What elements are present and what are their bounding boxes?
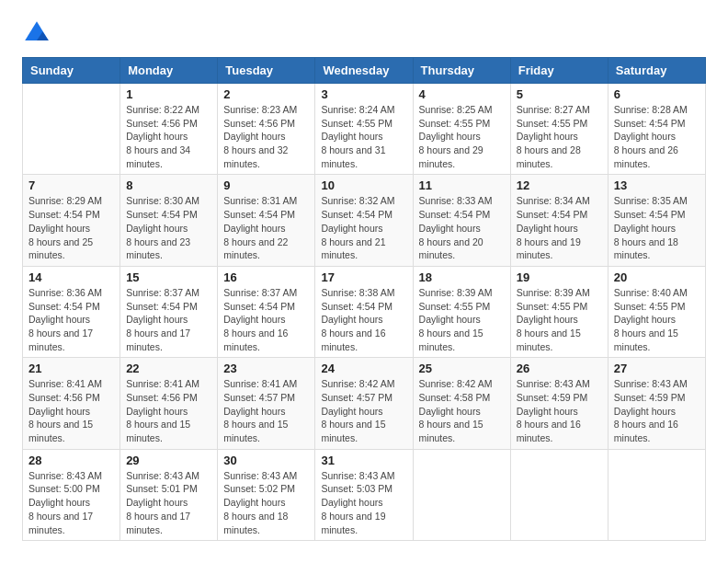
day-number: 6	[614, 87, 700, 101]
day-info: Sunrise: 8:43 AMSunset: 4:59 PMDaylight …	[614, 377, 700, 444]
day-info: Sunrise: 8:43 AMSunset: 4:59 PMDaylight …	[517, 377, 602, 444]
day-info: Sunrise: 8:43 AMSunset: 5:00 PMDaylight …	[28, 469, 114, 536]
day-number: 17	[321, 270, 406, 284]
calendar-cell: 9Sunrise: 8:31 AMSunset: 4:54 PMDaylight…	[218, 175, 315, 266]
calendar-cell: 15Sunrise: 8:37 AMSunset: 4:54 PMDayligh…	[120, 266, 218, 357]
calendar-cell: 1Sunrise: 8:22 AMSunset: 4:56 PMDaylight…	[120, 84, 218, 175]
day-info: Sunrise: 8:39 AMSunset: 4:55 PMDaylight …	[419, 286, 505, 353]
day-info: Sunrise: 8:22 AMSunset: 4:56 PMDaylight …	[126, 103, 211, 170]
calendar-cell	[608, 449, 705, 540]
calendar-cell: 30Sunrise: 8:43 AMSunset: 5:02 PMDayligh…	[218, 449, 315, 540]
day-info: Sunrise: 8:36 AMSunset: 4:54 PMDaylight …	[28, 286, 114, 353]
day-info: Sunrise: 8:31 AMSunset: 4:54 PMDaylight …	[223, 194, 309, 261]
day-number: 25	[419, 362, 505, 375]
day-number: 8	[126, 178, 211, 192]
calendar-cell: 22Sunrise: 8:41 AMSunset: 4:56 PMDayligh…	[120, 358, 218, 449]
day-number: 23	[223, 362, 309, 375]
calendar-cell: 2Sunrise: 8:23 AMSunset: 4:56 PMDaylight…	[218, 84, 315, 175]
day-info: Sunrise: 8:33 AMSunset: 4:54 PMDaylight …	[419, 194, 505, 261]
calendar-cell: 31Sunrise: 8:43 AMSunset: 5:03 PMDayligh…	[315, 449, 413, 540]
calendar-cell	[23, 84, 120, 175]
day-number: 30	[223, 454, 309, 467]
day-number: 11	[419, 178, 505, 192]
day-number: 9	[223, 178, 309, 192]
calendar-cell: 16Sunrise: 8:37 AMSunset: 4:54 PMDayligh…	[218, 266, 315, 357]
day-info: Sunrise: 8:34 AMSunset: 4:54 PMDaylight …	[517, 194, 602, 261]
weekday-header-wednesday: Wednesday	[315, 58, 413, 84]
week-row-1: 1Sunrise: 8:22 AMSunset: 4:56 PMDaylight…	[23, 84, 706, 175]
day-number: 31	[321, 454, 406, 467]
day-number: 3	[321, 87, 406, 101]
day-info: Sunrise: 8:37 AMSunset: 4:54 PMDaylight …	[126, 286, 211, 353]
day-info: Sunrise: 8:23 AMSunset: 4:56 PMDaylight …	[223, 103, 309, 170]
day-number: 5	[517, 87, 602, 101]
calendar-cell: 19Sunrise: 8:39 AMSunset: 4:55 PMDayligh…	[510, 266, 608, 357]
calendar-cell	[413, 449, 510, 540]
day-number: 12	[517, 178, 602, 192]
day-info: Sunrise: 8:41 AMSunset: 4:56 PMDaylight …	[28, 377, 114, 444]
day-info: Sunrise: 8:43 AMSunset: 5:03 PMDaylight …	[321, 469, 406, 536]
day-info: Sunrise: 8:28 AMSunset: 4:54 PMDaylight …	[614, 103, 700, 170]
calendar-cell: 12Sunrise: 8:34 AMSunset: 4:54 PMDayligh…	[510, 175, 608, 266]
weekday-header-thursday: Thursday	[413, 58, 510, 84]
day-number: 20	[614, 270, 700, 284]
day-number: 2	[223, 87, 309, 101]
calendar-cell: 5Sunrise: 8:27 AMSunset: 4:55 PMDaylight…	[510, 84, 608, 175]
page-header	[22, 18, 706, 48]
weekday-header-tuesday: Tuesday	[218, 58, 315, 84]
week-row-4: 21Sunrise: 8:41 AMSunset: 4:56 PMDayligh…	[23, 358, 706, 449]
calendar-cell	[510, 449, 608, 540]
day-number: 16	[223, 270, 309, 284]
calendar-cell: 11Sunrise: 8:33 AMSunset: 4:54 PMDayligh…	[413, 175, 510, 266]
day-number: 21	[28, 362, 114, 375]
day-info: Sunrise: 8:38 AMSunset: 4:54 PMDaylight …	[321, 286, 406, 353]
day-number: 22	[126, 362, 211, 375]
day-info: Sunrise: 8:43 AMSunset: 5:01 PMDaylight …	[126, 469, 211, 536]
calendar-cell: 29Sunrise: 8:43 AMSunset: 5:01 PMDayligh…	[120, 449, 218, 540]
calendar-cell: 23Sunrise: 8:41 AMSunset: 4:57 PMDayligh…	[218, 358, 315, 449]
calendar-cell: 21Sunrise: 8:41 AMSunset: 4:56 PMDayligh…	[23, 358, 120, 449]
calendar-cell: 8Sunrise: 8:30 AMSunset: 4:54 PMDaylight…	[120, 175, 218, 266]
day-number: 15	[126, 270, 211, 284]
day-number: 14	[28, 270, 114, 284]
calendar-table: SundayMondayTuesdayWednesdayThursdayFrid…	[22, 57, 706, 541]
logo-icon	[22, 18, 51, 48]
day-info: Sunrise: 8:41 AMSunset: 4:56 PMDaylight …	[126, 377, 211, 444]
day-info: Sunrise: 8:30 AMSunset: 4:54 PMDaylight …	[126, 194, 211, 261]
week-row-2: 7Sunrise: 8:29 AMSunset: 4:54 PMDaylight…	[23, 175, 706, 266]
calendar-cell: 28Sunrise: 8:43 AMSunset: 5:00 PMDayligh…	[23, 449, 120, 540]
calendar-cell: 18Sunrise: 8:39 AMSunset: 4:55 PMDayligh…	[413, 266, 510, 357]
day-number: 1	[126, 87, 211, 101]
day-info: Sunrise: 8:42 AMSunset: 4:58 PMDaylight …	[419, 377, 505, 444]
calendar-cell: 6Sunrise: 8:28 AMSunset: 4:54 PMDaylight…	[608, 84, 705, 175]
day-number: 27	[614, 362, 700, 375]
day-info: Sunrise: 8:37 AMSunset: 4:54 PMDaylight …	[223, 286, 309, 353]
day-info: Sunrise: 8:39 AMSunset: 4:55 PMDaylight …	[517, 286, 602, 353]
day-info: Sunrise: 8:42 AMSunset: 4:57 PMDaylight …	[321, 377, 406, 444]
day-info: Sunrise: 8:43 AMSunset: 5:02 PMDaylight …	[223, 469, 309, 536]
day-number: 29	[126, 454, 211, 467]
calendar-cell: 4Sunrise: 8:25 AMSunset: 4:55 PMDaylight…	[413, 84, 510, 175]
day-number: 13	[614, 178, 700, 192]
week-row-3: 14Sunrise: 8:36 AMSunset: 4:54 PMDayligh…	[23, 266, 706, 357]
day-number: 28	[28, 454, 114, 467]
calendar-cell: 7Sunrise: 8:29 AMSunset: 4:54 PMDaylight…	[23, 175, 120, 266]
logo	[22, 18, 55, 48]
weekday-header-friday: Friday	[510, 58, 608, 84]
day-number: 19	[517, 270, 602, 284]
calendar-cell: 27Sunrise: 8:43 AMSunset: 4:59 PMDayligh…	[608, 358, 705, 449]
calendar-cell: 3Sunrise: 8:24 AMSunset: 4:55 PMDaylight…	[315, 84, 413, 175]
calendar-cell: 20Sunrise: 8:40 AMSunset: 4:55 PMDayligh…	[608, 266, 705, 357]
day-info: Sunrise: 8:24 AMSunset: 4:55 PMDaylight …	[321, 103, 406, 170]
day-number: 4	[419, 87, 505, 101]
weekday-header-sunday: Sunday	[23, 58, 120, 84]
day-number: 10	[321, 178, 406, 192]
weekday-header-monday: Monday	[120, 58, 218, 84]
day-info: Sunrise: 8:27 AMSunset: 4:55 PMDaylight …	[517, 103, 602, 170]
day-info: Sunrise: 8:41 AMSunset: 4:57 PMDaylight …	[223, 377, 309, 444]
calendar-cell: 25Sunrise: 8:42 AMSunset: 4:58 PMDayligh…	[413, 358, 510, 449]
day-info: Sunrise: 8:40 AMSunset: 4:55 PMDaylight …	[614, 286, 700, 353]
calendar-cell: 24Sunrise: 8:42 AMSunset: 4:57 PMDayligh…	[315, 358, 413, 449]
day-number: 7	[28, 178, 114, 192]
day-info: Sunrise: 8:29 AMSunset: 4:54 PMDaylight …	[28, 194, 114, 261]
